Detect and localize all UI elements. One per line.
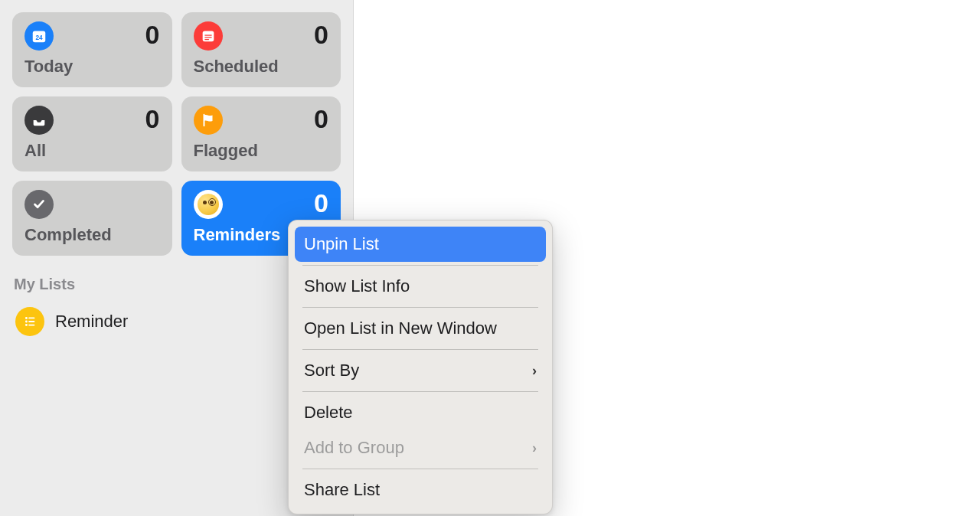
smart-list-cards-grid: 24 0 Today 0 Scheduled [12,12,341,256]
menu-separator [302,391,538,392]
calendar-icon [194,21,223,51]
menu-item-open-list-new-window[interactable]: Open List in New Window [295,311,546,346]
svg-point-8 [25,321,28,323]
menu-item-delete[interactable]: Delete [295,395,546,430]
list-bullets-icon [15,307,44,336]
menu-item-add-to-group: Add to Group › [295,430,546,465]
card-today[interactable]: 24 0 Today [12,12,172,87]
card-today-count: 0 [145,21,160,47]
card-scheduled-label: Scheduled [194,57,329,77]
menu-separator [302,469,538,469]
svg-point-7 [25,317,28,319]
card-today-label: Today [24,57,160,77]
menu-item-label: Add to Group [304,438,404,458]
menu-item-show-list-info[interactable]: Show List Info [295,269,546,304]
context-menu: Unpin List Show List Info Open List in N… [288,220,553,514]
sidebar-list-item-label: Reminder [55,312,128,331]
card-all-count: 0 [145,106,160,132]
card-all-label: All [24,141,160,161]
flag-icon [194,106,223,135]
menu-separator [302,349,538,350]
menu-separator [302,265,538,266]
svg-point-9 [25,324,28,326]
card-scheduled-count: 0 [314,21,328,47]
emoji-monocle-icon [194,190,223,219]
chevron-right-icon: › [532,363,537,379]
card-completed-label: Completed [24,225,160,245]
card-flagged-count: 0 [314,106,328,132]
calendar-today-icon: 24 [24,21,54,51]
svg-text:24: 24 [35,34,43,41]
menu-item-label: Show List Info [304,276,410,296]
card-flagged[interactable]: 0 Flagged [181,96,341,171]
menu-item-unpin-list[interactable]: Unpin List [295,227,546,262]
menu-separator [302,307,538,308]
card-scheduled[interactable]: 0 Scheduled [181,12,341,87]
card-reminders-count: 0 [314,190,328,216]
tray-icon [24,106,54,135]
card-all[interactable]: 0 All [12,96,172,171]
card-completed[interactable]: Completed [12,181,172,256]
menu-item-label: Sort By [304,361,359,380]
menu-item-share-list[interactable]: Share List [295,472,546,508]
menu-item-label: Open List in New Window [304,318,497,338]
menu-item-sort-by[interactable]: Sort By › [295,353,546,388]
menu-item-label: Share List [304,480,380,500]
chevron-right-icon: › [532,440,537,456]
checkmark-icon [24,190,54,219]
svg-rect-3 [202,31,214,42]
menu-item-label: Delete [304,403,353,423]
menu-item-label: Unpin List [304,234,379,254]
card-flagged-label: Flagged [194,141,329,161]
